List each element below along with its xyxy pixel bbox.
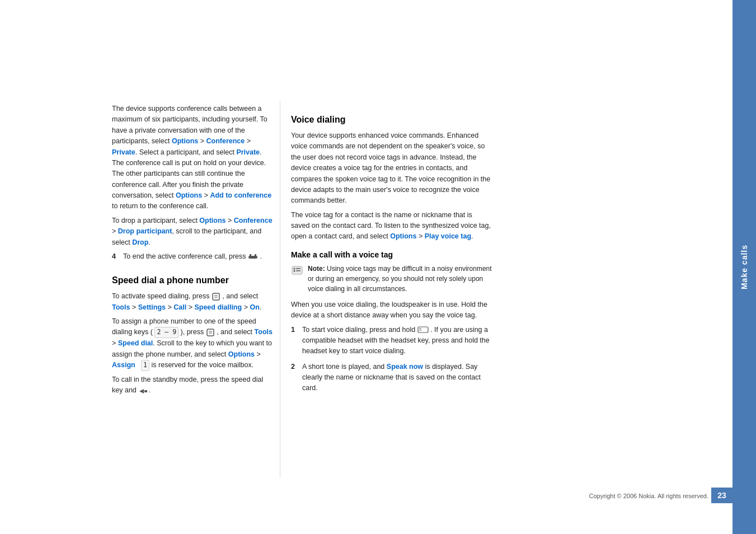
speed-dial-para3: To call in the standby mode, press the s… (112, 374, 274, 396)
svg-rect-9 (144, 390, 147, 392)
side-tab: Make calls (732, 0, 756, 534)
voice-step-1-text: To start voice dialing, press and hold .… (302, 325, 492, 357)
svg-rect-1 (250, 254, 251, 256)
options-link-voice[interactable]: Options (390, 232, 416, 240)
svg-rect-12 (296, 268, 300, 269)
tools-link-1[interactable]: Tools (112, 303, 130, 311)
note-box: Note: Using voice tags may be difficult … (291, 264, 492, 294)
speed-dial-para2: To assign a phone number to one of the s… (112, 316, 274, 371)
assign-link[interactable]: Assign (112, 361, 135, 369)
speed-dial-para1: To activate speed dialing, press , and s… (112, 291, 274, 313)
right-column: Voice dialing Your device supports enhan… (291, 104, 492, 399)
end-key-icon (417, 326, 429, 333)
voice-dialing-hold-text: When you use voice dialing, the loudspea… (291, 299, 492, 321)
note-svg-icon (291, 264, 303, 277)
voice-step-1-number: 1 (291, 325, 298, 357)
conference-link-2[interactable]: Conference (234, 217, 273, 224)
note-icon (291, 264, 303, 294)
call-link[interactable]: Call (173, 303, 186, 311)
key-1: 1 (141, 360, 149, 371)
options-link-4[interactable]: Options (228, 350, 255, 358)
column-divider (280, 101, 280, 478)
side-tab-label: Make calls (740, 245, 749, 289)
svg-point-14 (294, 270, 295, 271)
options-link-2[interactable]: Options (176, 191, 202, 199)
svg-rect-13 (296, 270, 300, 271)
private-link-1[interactable]: Private (112, 148, 135, 156)
voice-dialing-para1: Your device supports enhanced voice comm… (291, 130, 492, 207)
drop-participant-link[interactable]: Drop participant (118, 227, 172, 235)
drop-link[interactable]: Drop (132, 238, 148, 246)
call-send-icon (138, 388, 148, 395)
options-link-3[interactable]: Options (199, 217, 226, 224)
private-link-2[interactable]: Private (236, 148, 260, 156)
play-voice-tag-link[interactable]: Play voice tag (425, 232, 471, 240)
copyright-text: Copyright © 2006 Nokia. All rights reser… (589, 493, 708, 499)
end-call-icon (248, 254, 258, 260)
svg-rect-6 (207, 329, 214, 336)
speed-dial-section: Speed dial a phone number To activate sp… (112, 275, 274, 396)
voice-dialing-heading: Voice dialing (291, 115, 492, 125)
voice-step-1: 1 To start voice dialing, press and hold… (291, 325, 492, 357)
voice-step-2: 2 A short tone is played, and Speak now … (291, 362, 492, 394)
drop-participant-text: To drop a participant, select Options > … (112, 216, 274, 248)
add-conference-link[interactable]: Add to conference (210, 191, 271, 199)
svg-rect-15 (418, 327, 428, 332)
left-column: The device supports conference calls bet… (112, 104, 274, 400)
make-call-voice-tag-heading: Make a call with a voice tag (291, 250, 492, 259)
page-number-box: 23 (711, 488, 732, 503)
speed-dial-heading: Speed dial a phone number (112, 275, 274, 285)
options-link-1[interactable]: Options (172, 137, 198, 145)
svg-rect-2 (255, 254, 256, 256)
step-4-number: 4 (112, 251, 119, 262)
speed-dial-link[interactable]: Speed dial (118, 339, 153, 347)
svg-rect-3 (213, 293, 219, 300)
conference-link-1[interactable]: Conference (206, 137, 245, 145)
page-container: Make calls 23 Copyright © 2006 Nokia. Al… (0, 0, 756, 534)
svg-point-11 (294, 268, 295, 269)
intro-text: The device supports conference calls bet… (112, 104, 274, 212)
tools-key-icon-2 (206, 328, 215, 337)
voice-dialing-para2: The voice tag for a contact is the name … (291, 210, 492, 242)
settings-link[interactable]: Settings (138, 303, 166, 311)
speed-dialling-link[interactable]: Speed dialling (194, 303, 242, 311)
tools-link-2[interactable]: Tools (255, 329, 273, 336)
page-number: 23 (717, 491, 726, 500)
speak-now-link[interactable]: Speak now (387, 363, 423, 371)
on-link[interactable]: On (250, 303, 259, 311)
note-text: Note: Using voice tags may be difficult … (308, 264, 492, 294)
keys-2-9: 2 — 9 (154, 327, 179, 338)
voice-step-2-number: 2 (291, 362, 298, 394)
step-4: 4 To end the active conference call, pre… (112, 251, 274, 262)
voice-step-2-text: A short tone is played, and Speak now is… (302, 362, 492, 394)
step-4-text: To end the active conference call, press… (123, 251, 262, 262)
tools-key-icon (212, 292, 220, 301)
